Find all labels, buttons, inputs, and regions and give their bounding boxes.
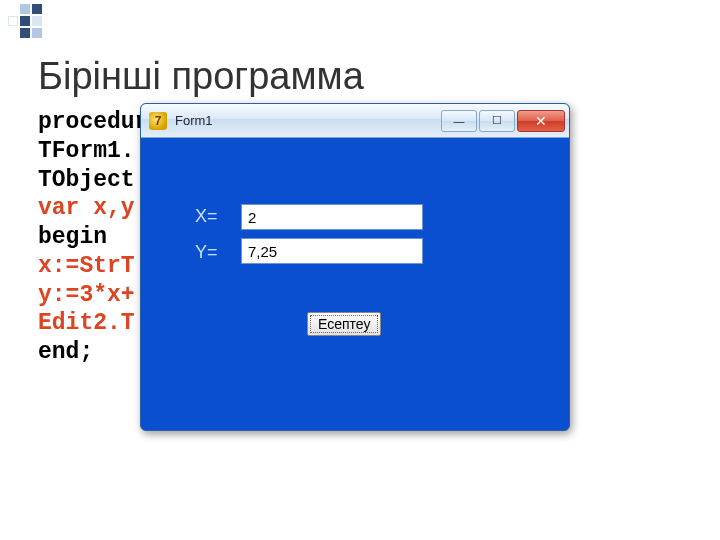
close-button[interactable]: ✕	[517, 110, 565, 132]
calculate-button[interactable]: Есептеу	[307, 312, 381, 336]
label-x: X=	[195, 206, 218, 227]
maximize-button[interactable]: ☐	[479, 110, 515, 132]
decor-square	[20, 4, 30, 14]
label-y: Y=	[195, 242, 218, 263]
decor-square	[32, 28, 42, 38]
maximize-icon: ☐	[492, 114, 502, 127]
slide-title: Бірінші программа	[38, 55, 364, 98]
minimize-button[interactable]: —	[441, 110, 477, 132]
app-icon: 7	[149, 112, 167, 130]
code-line: y:=3*x+	[38, 282, 135, 308]
code-line: x:=StrT	[38, 253, 135, 279]
code-line: var x,y	[38, 195, 135, 221]
code-line: TObject	[38, 167, 135, 193]
app-window: 7 Form1 — ☐ ✕ X= Y= Есептеу	[140, 103, 570, 431]
code-line: TForm1.	[38, 138, 135, 164]
code-line: end;	[38, 339, 93, 365]
decor-square	[32, 16, 42, 26]
decor-square	[8, 16, 18, 26]
form-client-area: X= Y= Есептеу	[149, 142, 561, 422]
edit-y[interactable]	[241, 238, 423, 264]
close-icon: ✕	[535, 113, 547, 129]
titlebar[interactable]: 7 Form1 — ☐ ✕	[141, 104, 569, 138]
edit-x[interactable]	[241, 204, 423, 230]
decor-square	[20, 16, 30, 26]
decor-square	[32, 4, 42, 14]
window-controls: — ☐ ✕	[439, 110, 565, 132]
window-title: Form1	[175, 113, 439, 128]
code-line: Edit2.T	[38, 310, 135, 336]
decor-square	[20, 28, 30, 38]
code-line: begin	[38, 224, 107, 250]
minimize-icon: —	[454, 115, 465, 127]
